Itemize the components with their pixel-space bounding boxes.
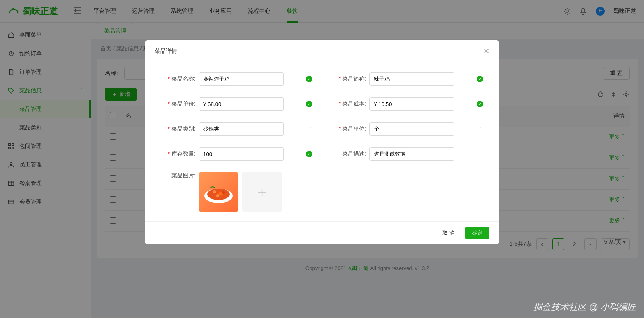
- modal-overlay[interactable]: 菜品详情 ✕ *菜品名称:✓*菜品简称:✓*菜品单价:✓*菜品成本:✓*菜品类别…: [0, 0, 644, 318]
- dish-image-thumb[interactable]: [199, 172, 238, 212]
- check-icon: ✓: [477, 76, 483, 82]
- field-cat: *菜品类别:˅: [158, 122, 316, 136]
- close-icon[interactable]: ✕: [483, 47, 489, 56]
- input-name[interactable]: [199, 72, 284, 86]
- label-name: *菜品名称:: [158, 75, 196, 83]
- add-image-button[interactable]: ＋: [242, 172, 282, 212]
- input-cost[interactable]: [369, 97, 454, 111]
- check-icon: ✓: [306, 101, 312, 107]
- field-cost: *菜品成本:✓: [328, 97, 486, 111]
- label-stock: *库存数量:: [158, 150, 196, 158]
- check-icon: ✓: [306, 76, 312, 82]
- chevron-down-icon: ˅: [309, 126, 312, 132]
- field-desc: 菜品描述:: [328, 147, 486, 161]
- field-stock: *库存数量:✓: [158, 147, 316, 161]
- label-img: 菜品图片:: [158, 172, 196, 179]
- svg-point-7: [222, 191, 225, 194]
- label-cat: *菜品类别:: [158, 125, 196, 133]
- field-unit: *菜品单位:˅: [328, 122, 486, 136]
- check-icon: ✓: [306, 151, 312, 157]
- chevron-down-icon: ˅: [479, 126, 482, 132]
- input-desc[interactable]: [369, 147, 454, 161]
- label-desc: 菜品描述:: [328, 150, 366, 158]
- field-img: 菜品图片:＋: [158, 172, 486, 212]
- label-unit: *菜品单位:: [328, 125, 366, 133]
- svg-point-3: [207, 189, 230, 200]
- ok-button[interactable]: 确定: [465, 227, 489, 239]
- field-name: *菜品名称:✓: [158, 72, 316, 86]
- watermark: 掘金技术社区 @ 小码编匠: [533, 301, 636, 313]
- label-cost: *菜品成本:: [328, 100, 366, 108]
- input-unit[interactable]: [369, 122, 454, 136]
- input-stock[interactable]: [199, 147, 284, 161]
- dish-detail-modal: 菜品详情 ✕ *菜品名称:✓*菜品简称:✓*菜品单价:✓*菜品成本:✓*菜品类别…: [145, 40, 499, 244]
- check-icon: ✓: [477, 101, 483, 107]
- modal-title: 菜品详情: [155, 48, 177, 55]
- input-cat[interactable]: [199, 122, 284, 136]
- label-short: *菜品简称:: [328, 75, 366, 83]
- field-short: *菜品简称:✓: [328, 72, 486, 86]
- label-price: *菜品单价:: [158, 100, 196, 108]
- field-price: *菜品单价:✓: [158, 97, 316, 111]
- cancel-button[interactable]: 取 消: [436, 227, 461, 239]
- input-short[interactable]: [369, 72, 454, 86]
- svg-point-4: [213, 190, 216, 193]
- svg-point-6: [216, 194, 219, 197]
- input-price[interactable]: [199, 97, 284, 111]
